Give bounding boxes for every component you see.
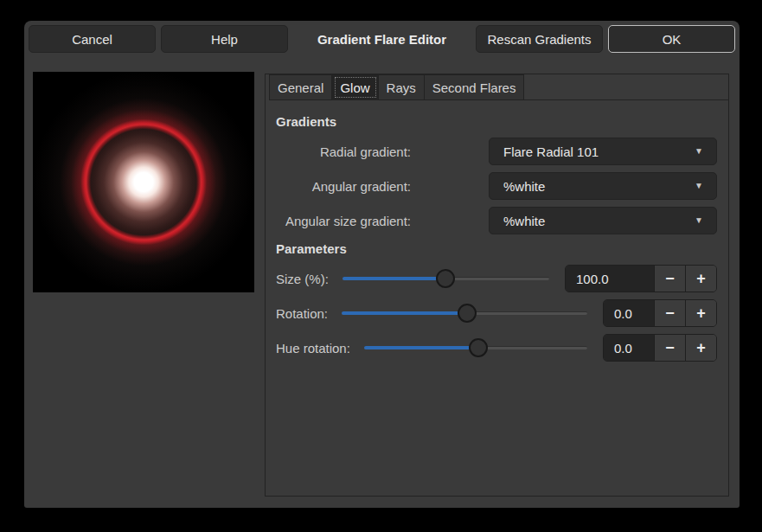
rotation-slider[interactable]	[342, 299, 587, 327]
plus-button[interactable]: +	[685, 300, 716, 326]
dialog-header: Cancel Help Gradient Flare Editor Rescan…	[24, 21, 740, 57]
radial-gradient-select[interactable]: Flare Radial 101 ▼	[489, 138, 717, 165]
angular-size-gradient-label: Angular size gradient:	[276, 214, 411, 228]
angular-size-gradient-select[interactable]: %white ▼	[489, 207, 717, 234]
angular-gradient-label: Angular gradient:	[276, 179, 411, 194]
size-slider[interactable]	[343, 265, 549, 292]
angular-gradient-value: %white	[503, 179, 545, 194]
rescan-gradients-button[interactable]: Rescan Gradients	[476, 25, 603, 53]
hue-rotation-slider[interactable]	[364, 334, 587, 362]
hue-rotation-row: Hue rotation: 0.0 − +	[276, 334, 717, 362]
gradient-flare-editor-dialog: Cancel Help Gradient Flare Editor Rescan…	[24, 21, 740, 508]
cancel-button[interactable]: Cancel	[29, 25, 156, 53]
rotation-value-field[interactable]: 0.0	[604, 300, 654, 326]
radial-gradient-value: Flare Radial 101	[503, 144, 599, 159]
size-spinbox: 100.0 − +	[565, 265, 717, 292]
angular-gradient-select[interactable]: %white ▼	[489, 172, 717, 200]
minus-button[interactable]: −	[654, 335, 685, 361]
slider-fill	[342, 311, 467, 315]
flare-preview	[33, 72, 254, 292]
plus-button[interactable]: +	[685, 335, 716, 361]
angular-size-gradient-value: %white	[503, 214, 545, 228]
slider-handle[interactable]	[469, 338, 488, 357]
chevron-down-icon: ▼	[695, 182, 703, 190]
slider-fill	[364, 346, 478, 349]
slider-fill	[343, 277, 446, 280]
rotation-label: Rotation:	[276, 306, 328, 321]
help-button[interactable]: Help	[161, 25, 288, 53]
slider-handle[interactable]	[458, 304, 477, 323]
slider-handle[interactable]	[436, 269, 455, 288]
radial-gradient-row: Radial gradient: Flare Radial 101 ▼	[276, 138, 717, 165]
hue-rotation-label: Hue rotation:	[276, 341, 350, 356]
minus-button[interactable]: −	[654, 300, 685, 326]
plus-button[interactable]: +	[685, 266, 716, 292]
tab-second-flares[interactable]: Second Flares	[425, 74, 525, 100]
gradients-heading: Gradients	[276, 114, 717, 129]
rotation-spinbox: 0.0 − +	[603, 299, 717, 327]
angular-gradient-row: Angular gradient: %white ▼	[276, 172, 717, 200]
tab-rays[interactable]: Rays	[379, 74, 425, 100]
ok-button[interactable]: OK	[608, 25, 735, 53]
dialog-body: General Glow Rays Second Flares Gradient…	[24, 57, 740, 497]
size-value-field[interactable]: 100.0	[566, 266, 654, 292]
minus-button[interactable]: −	[654, 266, 685, 292]
hue-rotation-spinbox: 0.0 − +	[603, 334, 717, 362]
tab-glow[interactable]: Glow	[332, 74, 378, 100]
angular-size-gradient-row: Angular size gradient: %white ▼	[276, 207, 717, 234]
tab-strip: General Glow Rays Second Flares	[266, 74, 728, 100]
radial-gradient-label: Radial gradient:	[276, 144, 411, 159]
rotation-row: Rotation: 0.0 − +	[276, 299, 717, 327]
size-row: Size (%): 100.0 − +	[276, 265, 717, 292]
settings-notebook: General Glow Rays Second Flares Gradient…	[265, 74, 729, 497]
tab-general[interactable]: General	[269, 74, 332, 100]
parameters-heading: Parameters	[276, 241, 717, 256]
tab-strip-filler	[524, 74, 728, 100]
glow-tab-panel: Gradients Radial gradient: Flare Radial …	[266, 100, 728, 369]
chevron-down-icon: ▼	[695, 147, 703, 156]
size-label: Size (%):	[276, 272, 329, 286]
dialog-title: Gradient Flare Editor	[293, 32, 471, 47]
chevron-down-icon: ▼	[695, 216, 703, 225]
hue-rotation-value-field[interactable]: 0.0	[604, 335, 654, 361]
